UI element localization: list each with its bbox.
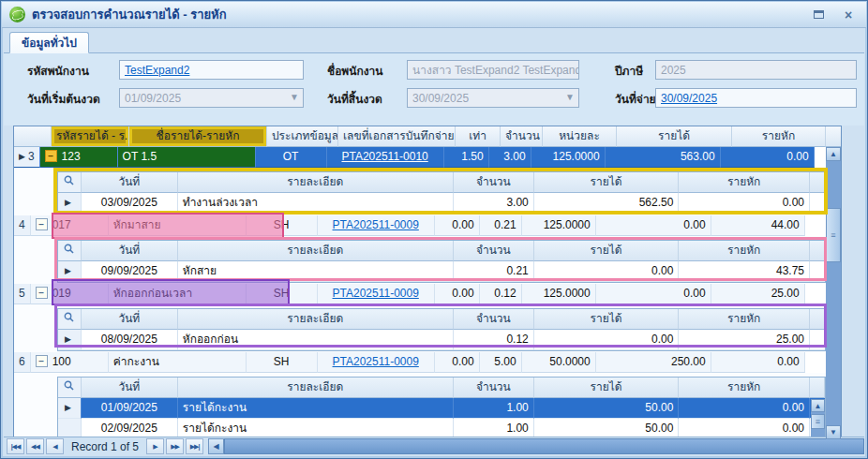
cell-unit: 50.0000 <box>522 352 596 373</box>
detail-income: 562.50 <box>534 193 680 214</box>
detail-header-filler <box>810 378 825 398</box>
scroll-left-icon[interactable]: ◀ <box>208 438 224 454</box>
detail-header-income[interactable]: รายได้ <box>534 172 680 193</box>
grid-header-income[interactable]: รายได้ <box>617 126 732 147</box>
grid-header-unit[interactable]: หน่วยละ <box>543 126 617 147</box>
title-bar: ตรวจสอบการคำนวณรายได้ - รายหัก × <box>2 2 866 28</box>
scroll-up-icon[interactable]: ▲ <box>826 147 841 161</box>
doc-link[interactable]: PTA202511-0009 <box>333 287 419 300</box>
selected-row-arrow-icon: ▶ <box>65 334 71 344</box>
master-row-6[interactable]: 6 −100 ค่ากะงาน SH PTA202511-0009 0.00 5… <box>14 352 826 373</box>
pay-date-field[interactable]: 30/09/2025 <box>655 88 857 108</box>
detail-header-qty[interactable]: จำนวน <box>454 309 534 330</box>
detail-date: 01/09/2025 <box>82 398 178 419</box>
tab-strip: ข้อมูลทั่วไป <box>4 29 864 53</box>
grid-header-type[interactable]: ประเภทข้อมูล <box>267 126 338 147</box>
restore-icon <box>814 10 824 19</box>
grid-header-doc[interactable]: เลขที่เอกสารบันทึกจ่าย <box>338 126 456 147</box>
detail-header-date[interactable]: วันที่ <box>82 309 178 330</box>
grid-header-code[interactable]: รหัสรายได้ - ร... <box>52 126 129 147</box>
detail-header-qty[interactable]: จำนวน <box>454 241 534 261</box>
detail-header-deduct[interactable]: รายหัก <box>679 309 810 330</box>
cell-qty: 5.00 <box>480 352 522 373</box>
detail-header-deduct[interactable]: รายหัก <box>679 378 810 398</box>
master-row-5[interactable]: 5 −019 หักออกก่อนเวลา SH PTA202511-0009 … <box>14 284 826 304</box>
detail-header-desc[interactable]: รายละเอียด <box>178 241 454 261</box>
grid-header-deduct[interactable]: รายหัก <box>732 126 826 147</box>
grid-header-times[interactable]: เท่า <box>456 126 501 147</box>
cell-qty: 0.12 <box>480 284 522 304</box>
grid-header-qty[interactable]: จำนวน <box>501 126 543 147</box>
detail-row[interactable]: ▶ 03/09/2025 ทำงานล่วงเวลา 3.00 562.50 0… <box>58 193 825 214</box>
collapse-icon[interactable]: − <box>45 150 57 162</box>
search-icon[interactable] <box>58 378 82 398</box>
cell-doc: PTA202511-0009 <box>318 215 435 236</box>
cell-name: OT 1.5 <box>118 147 256 168</box>
employee-code-field[interactable]: TestExpand2 <box>119 60 304 80</box>
first-record-button[interactable]: |◀◀ <box>7 438 24 454</box>
master-row-3[interactable]: ▶3 −123 OT 1.5 OT PTA202511-0010 1.50 3.… <box>14 147 826 168</box>
next-page-button[interactable]: ▶▶ <box>166 438 184 454</box>
row-indicator: 6 <box>14 352 31 373</box>
prev-page-button[interactable]: ◀◀ <box>26 438 44 454</box>
selected-row-arrow-icon: ▶ <box>19 152 25 161</box>
scroll-track[interactable]: ≡ <box>826 161 841 425</box>
detail-qty: 0.12 <box>454 330 534 350</box>
detail-desc: ทำงานล่วงเวลา <box>178 193 454 214</box>
doc-link[interactable]: PTA202511-0009 <box>333 355 419 368</box>
scroll-thumb[interactable]: ≡ <box>811 414 825 429</box>
cell-deduct: 0.00 <box>721 147 815 168</box>
detail-row[interactable]: ▶ 08/09/2025 หักออกก่อน 0.12 0.00 25.00 <box>58 330 825 350</box>
scroll-down-icon[interactable]: ▼ <box>826 425 841 439</box>
detail-row[interactable]: ▶ 01/09/2025 รายได้กะงาน 1.00 50.00 0.00 <box>58 398 825 419</box>
next-record-button[interactable]: ▶ <box>146 438 164 454</box>
detail-header-date[interactable]: วันที่ <box>82 241 178 261</box>
detail-header-date[interactable]: วันที่ <box>82 172 178 193</box>
grid-header-name[interactable]: ชื่อรายได้-รายหัก <box>129 126 267 147</box>
record-navigator: |◀◀ ◀◀ ◀ Record 1 of 5 ▶ ▶▶ ▶▶| ◀ <box>4 437 864 455</box>
detail-header-income[interactable]: รายได้ <box>534 378 680 398</box>
search-icon[interactable] <box>58 172 82 193</box>
detail-date: 08/09/2025 <box>82 330 178 350</box>
detail-header-desc[interactable]: รายละเอียด <box>178 378 454 398</box>
detail-income: 0.00 <box>534 261 680 282</box>
detail-header-qty[interactable]: จำนวน <box>454 172 534 193</box>
detail-row[interactable]: ▶ 09/09/2025 หักสาย 0.21 0.00 43.75 <box>58 261 825 282</box>
detail-header-deduct[interactable]: รายหัก <box>679 172 810 193</box>
collapse-icon[interactable]: − <box>36 355 48 367</box>
prev-record-button[interactable]: ◀ <box>46 438 64 454</box>
detail-header-desc[interactable]: รายละเอียด <box>178 309 454 330</box>
search-icon[interactable] <box>58 241 82 261</box>
detail-vertical-scrollbar[interactable]: ▲ ≡ ▼ <box>811 399 825 440</box>
cell-code: −123 <box>40 147 118 168</box>
doc-link[interactable]: PTA202511-0010 <box>341 150 427 163</box>
cell-income: 0.00 <box>596 215 711 236</box>
selected-row-arrow-icon: ▶ <box>65 198 71 207</box>
detail-header-date[interactable]: วันที่ <box>82 378 178 398</box>
detail-header-qty[interactable]: จำนวน <box>454 378 534 398</box>
scroll-thumb[interactable]: ≡ <box>826 208 841 262</box>
employee-code-label: รหัสพนักงาน <box>27 62 89 80</box>
detail-header-desc[interactable]: รายละเอียด <box>178 172 454 193</box>
detail-filler <box>810 261 825 282</box>
detail-header-income[interactable]: รายได้ <box>534 309 680 330</box>
doc-link[interactable]: PTA202511-0009 <box>333 218 419 231</box>
detail-header-income[interactable]: รายได้ <box>534 241 680 261</box>
detail-header-row: วันที่ รายละเอียด จำนวน รายได้ รายหัก <box>58 241 825 261</box>
detail-date: 03/09/2025 <box>82 193 178 214</box>
last-record-button[interactable]: ▶▶| <box>186 438 203 454</box>
close-button[interactable]: × <box>838 7 859 23</box>
master-row-4[interactable]: 4 −017 หักมาสาย SH PTA202511-0009 0.00 0… <box>14 215 826 236</box>
scroll-up-icon[interactable]: ▲ <box>811 399 825 412</box>
collapse-icon[interactable]: − <box>36 218 48 230</box>
restore-button[interactable] <box>808 7 829 23</box>
tab-general[interactable]: ข้อมูลทั่วไป <box>9 32 89 53</box>
cell-unit: 125.0000 <box>531 147 606 168</box>
detail-header-deduct[interactable]: รายหัก <box>679 241 810 261</box>
search-icon[interactable] <box>58 309 82 330</box>
grid-horizontal-scrollbar[interactable]: ◀ <box>208 438 864 454</box>
scroll-thumb[interactable] <box>224 438 864 454</box>
grid-vertical-scrollbar[interactable]: ▲ ≡ ▼ <box>826 147 841 439</box>
tax-year-field: 2025 <box>655 60 857 80</box>
collapse-icon[interactable]: − <box>36 287 48 299</box>
